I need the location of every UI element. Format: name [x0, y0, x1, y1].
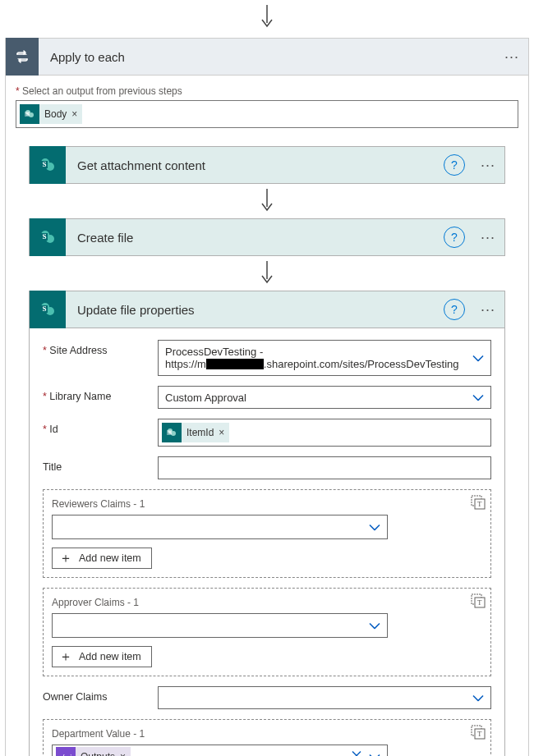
reviewers-claims-item-dropdown[interactable]: [52, 515, 388, 539]
site-address-value-line1: ProcessDevTesting -: [165, 346, 466, 358]
svg-text:T: T: [477, 500, 482, 508]
sharepoint-icon: S: [162, 423, 182, 442]
id-input[interactable]: S ItemId ×: [158, 419, 491, 447]
department-value-group: Department Value - 1 T {x} Outputs ×: [43, 719, 491, 756]
loop-icon: [6, 38, 39, 76]
switch-mode-icon[interactable]: T: [471, 495, 486, 512]
card-menu-icon[interactable]: ···: [472, 301, 504, 318]
chevron-down-icon: [369, 751, 380, 757]
svg-text:T: T: [477, 598, 482, 607]
remove-token-icon[interactable]: ×: [219, 427, 224, 438]
get-attachment-content-card[interactable]: S Get attachment content ? ···: [29, 146, 505, 184]
get-attachment-title: Get attachment content: [66, 158, 444, 172]
sharepoint-action-icon: S: [30, 291, 66, 328]
id-label: * Id: [43, 419, 158, 435]
approver-claims-group: Approver Claims - 1 T ＋ Add new item: [43, 588, 491, 676]
outputs-token-label: Outputs: [81, 751, 115, 756]
chevron-down-icon: [472, 692, 484, 704]
reviewers-claims-label: Reviewers Claims - 1: [52, 498, 482, 510]
help-icon[interactable]: ?: [444, 154, 465, 176]
svg-text:S: S: [43, 305, 47, 313]
body-token-label: Body: [44, 108, 67, 120]
select-output-label: * Select an output from previous steps: [16, 85, 518, 97]
site-address-value-line2: https://m.sharepoint.com/sites/ProcessDe…: [165, 358, 466, 370]
svg-text:T: T: [477, 730, 482, 738]
add-new-item-button[interactable]: ＋ Add new item: [52, 646, 152, 667]
apply-to-each-menu-icon[interactable]: ···: [495, 48, 528, 66]
flow-arrow: [16, 256, 518, 291]
remove-token-icon[interactable]: ×: [71, 108, 77, 120]
owner-claims-label: Owner Claims: [43, 686, 158, 703]
plus-icon: ＋: [59, 650, 72, 663]
plus-icon: ＋: [59, 552, 72, 565]
create-file-title: Create file: [66, 231, 444, 245]
help-icon[interactable]: ?: [444, 227, 465, 248]
reviewers-claims-group: Reviewers Claims - 1 T ＋ Add new item: [43, 489, 491, 578]
svg-text:S: S: [43, 160, 47, 168]
library-name-label: * Library Name: [43, 386, 158, 402]
apply-to-each-header[interactable]: Apply to each ···: [5, 38, 529, 76]
switch-mode-icon[interactable]: T: [471, 593, 486, 611]
remove-token-icon[interactable]: ×: [120, 751, 126, 756]
department-value-item-input[interactable]: {x} Outputs ×: [52, 745, 388, 756]
owner-claims-dropdown[interactable]: [158, 686, 491, 709]
library-name-dropdown[interactable]: Custom Approval: [158, 386, 491, 409]
redacted-block: [206, 359, 264, 369]
add-new-item-button[interactable]: ＋ Add new item: [52, 548, 152, 569]
create-file-card[interactable]: S Create file ? ···: [29, 218, 505, 256]
update-file-properties-body: * Site Address ProcessDevTesting - https…: [29, 328, 505, 756]
apply-to-each-body: * Select an output from previous steps S…: [5, 76, 529, 756]
outputs-token[interactable]: {x} Outputs ×: [56, 747, 131, 756]
title-input[interactable]: [158, 456, 491, 479]
flow-arrow-top: [0, 0, 534, 38]
sharepoint-action-icon: S: [30, 146, 66, 184]
update-file-properties-card[interactable]: S Update file properties ? ···: [29, 291, 505, 328]
fx-icon: {x}: [56, 747, 76, 756]
chevron-down-icon: [369, 521, 380, 534]
clear-icon[interactable]: [351, 750, 362, 757]
sharepoint-icon: S: [20, 104, 39, 124]
chevron-down-icon: [472, 392, 484, 404]
chevron-down-icon: [472, 352, 484, 364]
card-menu-icon[interactable]: ···: [472, 229, 504, 246]
apply-to-each-title: Apply to each: [39, 50, 495, 64]
card-menu-icon[interactable]: ···: [472, 157, 504, 174]
body-token[interactable]: S Body ×: [20, 104, 82, 124]
site-address-dropdown[interactable]: ProcessDevTesting - https://m.sharepoint…: [158, 340, 491, 376]
itemid-token-label: ItemId: [186, 427, 214, 438]
chevron-down-icon: [369, 620, 380, 632]
itemid-token[interactable]: S ItemId ×: [162, 423, 229, 442]
svg-text:{x}: {x}: [62, 753, 71, 756]
department-value-label: Department Value - 1: [52, 728, 482, 740]
svg-text:S: S: [26, 111, 30, 117]
library-name-value: Custom Approval: [165, 392, 246, 404]
help-icon[interactable]: ?: [444, 299, 465, 320]
svg-text:S: S: [168, 429, 172, 436]
update-file-properties-title: Update file properties: [66, 303, 444, 317]
switch-mode-icon[interactable]: T: [471, 725, 486, 742]
approver-claims-item-dropdown[interactable]: [52, 613, 388, 638]
svg-text:S: S: [43, 232, 47, 241]
flow-arrow: [16, 184, 518, 218]
title-label: Title: [43, 456, 158, 473]
site-address-label: * Site Address: [43, 340, 158, 356]
sharepoint-action-icon: S: [30, 218, 66, 256]
approver-claims-label: Approver Claims - 1: [52, 597, 482, 608]
select-output-input[interactable]: S Body ×: [16, 100, 518, 128]
